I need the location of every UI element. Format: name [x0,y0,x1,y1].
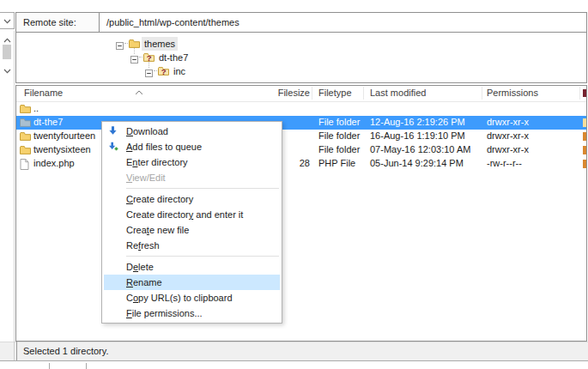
menu-item-create-new-file[interactable]: Create new file [104,222,280,238]
column-divider[interactable] [482,87,482,100]
scroll-down-arrow-icon[interactable] [3,65,11,76]
permissions-cell: drwxr-xr-x [487,116,529,129]
menu-separator [126,256,279,257]
svg-text:?: ? [161,67,167,76]
file-row-[interactable]: .. [16,102,586,116]
owner-group-sliver [583,118,586,127]
svg-text:?: ? [147,53,152,63]
permissions-cell: drwxr-xr-x [487,143,529,156]
menu-item-label: Refresh [126,240,160,251]
status-bar: Selected 1 directory. [0,342,588,361]
column-header-last-modified[interactable]: Last modified [370,88,426,98]
remote-site-label: Remote site: [16,13,100,32]
status-text: Selected 1 directory. [23,342,108,360]
column-divider[interactable] [363,87,364,100]
tree-item-inc[interactable]: ? inc [16,64,586,78]
column-header-filesize[interactable]: Filesize [241,88,310,98]
file-list-header: Filename Filesize Filetype Last modified… [16,86,586,102]
last-modified-cell: 07-May-16 12:03:10 AM [370,143,470,156]
filetype-cell: File folder [318,116,360,129]
filetype-cell: File folder [318,143,360,156]
menu-item-label: File permissions... [126,308,203,318]
file-type-icon [20,145,32,155]
add-to-queue-icon [107,141,120,153]
filetype-cell: PHP File [318,157,355,170]
pane-divider [16,342,17,360]
tree-item-label[interactable]: inc [171,64,188,78]
download-icon [107,125,120,137]
menu-item-add-files-to-queue[interactable]: Add files to queue [104,139,280,154]
menu-item-view-edit[interactable]: View/Edit [104,170,280,185]
menu-item-refresh[interactable]: Refresh [104,238,280,253]
column-header-permissions[interactable]: Permissions [487,88,538,98]
collapse-icon[interactable] [145,67,153,81]
file-type-icon [20,131,32,142]
tree-item-label[interactable]: themes [142,37,178,51]
menu-item-label: Rename [126,277,162,287]
scrollbar-thumb[interactable] [3,45,11,59]
tree-item-themes[interactable]: themes [16,37,586,51]
menu-item-delete[interactable]: Delete [104,259,280,275]
menu-item-create-directory-and-enter-it[interactable]: Create directory and enter it [104,207,280,222]
tree-item-dt-the7[interactable]: ? dt-the7 [16,51,586,64]
menu-item-file-permissions[interactable]: File permissions... [104,305,280,321]
pane-divider [14,342,15,360]
menu-item-rename[interactable]: Rename [104,275,280,290]
menu-item-label: Enter directory [126,157,188,167]
filename-cell: twentyfourteen [33,130,95,142]
menu-item-copy-url-s-to-clipboard[interactable]: Copy URL(s) to clipboard [104,290,280,305]
menu-item-label: Add files to queue [126,142,202,152]
folder-question-icon: ? [158,66,169,80]
column-header-filename[interactable]: Filename [24,88,63,98]
column-divider[interactable] [579,87,580,100]
last-modified-cell: 05-Jun-14 9:29:14 PM [370,157,464,170]
file-type-icon [20,118,32,128]
queue-column-divider [49,363,50,369]
filename-cell: index.php [33,157,75,170]
menu-item-label: Copy URL(s) to clipboard [126,293,233,303]
menu-separator [126,188,279,189]
menu-item-enter-directory[interactable]: Enter directory [104,154,280,170]
context-menu: Download Add files to queue Enter direct… [101,121,282,324]
filename-cell: twentysixteen [33,143,91,156]
filename-cell: .. [33,102,39,115]
menu-item-label: Create directory and enter it [126,209,243,220]
remote-site-path-input[interactable]: /public_html/wp-content/themes [100,13,585,32]
filetype-cell: File folder [318,130,360,142]
last-modified-cell: 12-Aug-16 2:19:26 PM [370,116,465,129]
remote-site-bar: Remote site: /public_html/wp-content/the… [15,12,587,33]
column-divider[interactable] [312,87,312,100]
owner-group-sliver [583,160,586,168]
file-type-icon [20,159,32,169]
permissions-cell: drwxr-xr-x [487,130,529,142]
menu-item-create-directory[interactable]: Create directory [104,191,280,207]
owner-group-sliver [583,132,586,141]
chevron-down-icon [3,15,11,26]
file-type-icon [20,104,32,114]
scroll-up-arrow-icon[interactable] [3,34,11,45]
last-modified-cell: 16-Aug-16 1:19:10 PM [370,130,465,142]
menu-item-label: Create new file [126,225,189,235]
menu-item-label: Download [126,126,168,136]
owner-group-sliver [583,146,586,154]
permissions-cell: -rw-r--r-- [487,157,522,170]
column-header-owner-group-sliver [583,89,586,97]
menu-item-label: View/Edit [126,172,166,183]
menu-item-label: Create directory [126,194,193,204]
menu-item-download[interactable]: Download [104,124,280,139]
column-header-filetype[interactable]: Filetype [318,88,352,98]
queue-column-divider [86,363,87,369]
sort-ascending-icon [135,87,143,97]
remote-directory-tree: themes ? dt-the7 ? inc [15,32,587,83]
ftp-remote-pane: Remote site: /public_html/wp-content/the… [0,0,588,369]
filename-cell: dt-the7 [33,116,63,129]
pane-divider [14,31,15,342]
local-site-dropdown-sliver[interactable] [0,12,15,29]
tree-item-label[interactable]: dt-the7 [156,51,191,64]
menu-item-label: Delete [126,262,154,272]
